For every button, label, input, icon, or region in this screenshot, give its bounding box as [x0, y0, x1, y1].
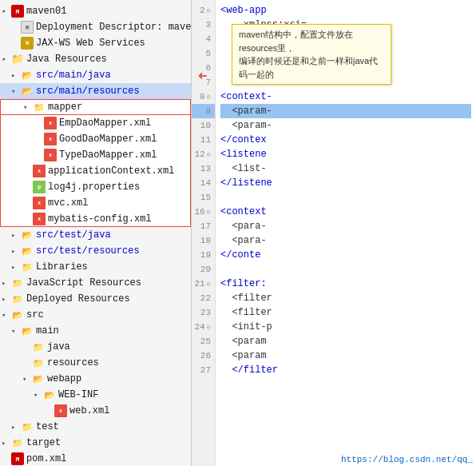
- arrow-mvc: [23, 199, 31, 207]
- bottom-url-link[interactable]: https://blog.csdn.net/qq_: [341, 455, 473, 464]
- tree-item-src-main-java[interactable]: 📂 src/main/java: [0, 67, 191, 83]
- tree-label-log4j: log4j.properties: [48, 181, 140, 193]
- code-line-23: <filter: [220, 305, 471, 320]
- xml-icon-web: x: [54, 404, 67, 417]
- tree-item-mybatis[interactable]: x mybatis-config.xml: [0, 211, 191, 227]
- tree-label-main: main: [36, 325, 59, 337]
- arrow-resources2: [22, 359, 30, 367]
- tree-item-type-dao-mapper[interactable]: x TypeDaoMapper.xml: [0, 147, 191, 163]
- code-line-12: <listene: [220, 147, 471, 161]
- tree-item-emp-dao-mapper[interactable]: x EmpDaoMapper.xml: [0, 115, 191, 131]
- arrow-good-dao: [34, 135, 42, 143]
- file-tree[interactable]: M maven01 ▤ Deployment Descriptor: maven…: [0, 0, 191, 466]
- src-test-java-icon: 📂: [21, 229, 34, 241]
- tree-item-webapp[interactable]: 📂 webapp: [0, 371, 191, 387]
- arrow-src-main-java: [11, 71, 19, 79]
- arrow-deploy: [11, 23, 19, 31]
- xml-icon-mybatis: x: [33, 213, 46, 225]
- xml-icon-app-context: x: [33, 165, 46, 177]
- tree-item-resources2[interactable]: 📁 resources: [0, 355, 191, 371]
- tree-item-web-xml[interactable]: x web.xml: [0, 403, 191, 419]
- line-num-24: 24: [192, 320, 215, 334]
- arrow-emp-dao: [34, 119, 42, 127]
- tree-item-mapper[interactable]: 📁 mapper: [0, 99, 191, 115]
- tree-item-good-dao-mapper[interactable]: x GoodDaoMapper.xml: [0, 131, 191, 147]
- code-line-15: [220, 190, 471, 205]
- line-num-10: 10: [192, 118, 215, 133]
- arrow-type-dao: [34, 151, 42, 159]
- arrow-src: [2, 311, 10, 319]
- tree-item-maven01[interactable]: M maven01: [0, 3, 191, 19]
- code-line-18: <para-: [220, 233, 471, 248]
- xml-icon-mvc: x: [33, 197, 46, 209]
- tree-item-pom[interactable]: M pom.xml: [0, 451, 191, 466]
- props-icon-log4j: p: [33, 181, 46, 193]
- tree-label-deployed-resources: Deployed Resources: [26, 293, 130, 305]
- tree-item-libraries[interactable]: 📁 Libraries: [0, 259, 191, 275]
- code-line-26: <param: [220, 349, 471, 363]
- line-num-5: 5: [192, 46, 215, 61]
- tree-label-webapp: webapp: [47, 373, 81, 384]
- tree-label-test: test: [36, 421, 59, 432]
- line-num-4: 4: [192, 32, 215, 46]
- code-line-14: </listene: [220, 176, 471, 190]
- arrow-target: [2, 439, 10, 447]
- tree-item-log4j[interactable]: p log4j.properties: [0, 179, 191, 195]
- tree-item-js-resources[interactable]: 📁 JavaScript Resources: [0, 275, 191, 291]
- tree-item-java-resources[interactable]: 📁 Java Resources: [0, 51, 191, 67]
- tree-label-jaxws: JAX-WS Web Services: [36, 38, 145, 49]
- arrow-jaxws: [11, 39, 19, 47]
- annotation-line2: 编译的时候还是和之前一样和java代码一起的: [239, 56, 378, 79]
- line-num-20: 20: [192, 262, 215, 277]
- tree-item-java[interactable]: 📁 java: [0, 339, 191, 355]
- tree-item-jaxws[interactable]: W JAX-WS Web Services: [0, 35, 191, 51]
- tree-item-test[interactable]: 📁 test: [0, 419, 191, 435]
- line-num-3: 3: [192, 18, 215, 32]
- tree-item-target[interactable]: 📁 target: [0, 435, 191, 451]
- line-num-13: 13: [192, 161, 215, 176]
- tree-item-src-test-resources[interactable]: 📂 src/test/resources: [0, 243, 191, 259]
- tree-label-src-main-resources: src/main/resources: [36, 86, 140, 97]
- tree-label-mapper: mapper: [48, 102, 82, 113]
- tree-item-mvc[interactable]: x mvc.xml: [0, 195, 191, 211]
- src-main-java-icon: 📂: [21, 69, 34, 82]
- tree-item-app-context[interactable]: x applicationContext.xml: [0, 163, 191, 179]
- tree-label-resources2: resources: [47, 357, 99, 368]
- line-num-21: 21: [192, 277, 215, 291]
- code-line-25: <param: [220, 334, 471, 349]
- arrow-src-main-resources: [11, 87, 19, 95]
- tree-label-mvc: mvc.xml: [48, 197, 88, 209]
- line-num-8: 8: [192, 90, 215, 104]
- tree-label-js-resources: JavaScript Resources: [26, 277, 141, 289]
- java2-icon: 📁: [32, 341, 45, 353]
- jaxws-icon: W: [21, 37, 34, 50]
- tree-label-deploy: Deployment Descriptor: maven01: [36, 22, 192, 33]
- code-line-21: <filter:: [220, 277, 471, 291]
- xml-icon-emp: x: [44, 117, 57, 129]
- src-icon: 📂: [11, 309, 24, 321]
- tree-item-deployed-resources[interactable]: 📁 Deployed Resources: [0, 291, 191, 307]
- tree-label-pom: pom.xml: [26, 453, 66, 464]
- line-num-2: 2: [192, 3, 215, 18]
- code-line-10: <param-: [220, 118, 471, 133]
- code-line-16: <context: [220, 205, 471, 219]
- tree-item-src[interactable]: 📂 src: [0, 307, 191, 323]
- line-num-25: 25: [192, 334, 215, 349]
- code-line-8: <context-: [220, 90, 471, 104]
- tree-label-web-inf: WEB-INF: [58, 389, 98, 400]
- tree-item-main[interactable]: 📂 main: [0, 323, 191, 339]
- arrow-deployed-resources: [2, 295, 10, 303]
- arrow-web-inf: [34, 391, 42, 399]
- arrow-main: [11, 327, 19, 335]
- line-num-23: 23: [192, 305, 215, 320]
- tree-item-deploy[interactable]: ▤ Deployment Descriptor: maven01: [0, 19, 191, 35]
- xml-icon-type: x: [44, 149, 57, 161]
- arrow-src-test-resources: [11, 247, 19, 255]
- tree-label-libraries: Libraries: [36, 261, 88, 273]
- tree-item-web-inf[interactable]: 📂 WEB-INF: [0, 387, 191, 403]
- libraries-icon: 📁: [21, 261, 34, 273]
- arrow-webapp: [22, 375, 30, 383]
- tree-label-src: src: [26, 309, 44, 321]
- tree-item-src-main-resources[interactable]: 📂 src/main/resources: [0, 83, 191, 99]
- tree-item-src-test-java[interactable]: 📂 src/test/java: [0, 227, 191, 243]
